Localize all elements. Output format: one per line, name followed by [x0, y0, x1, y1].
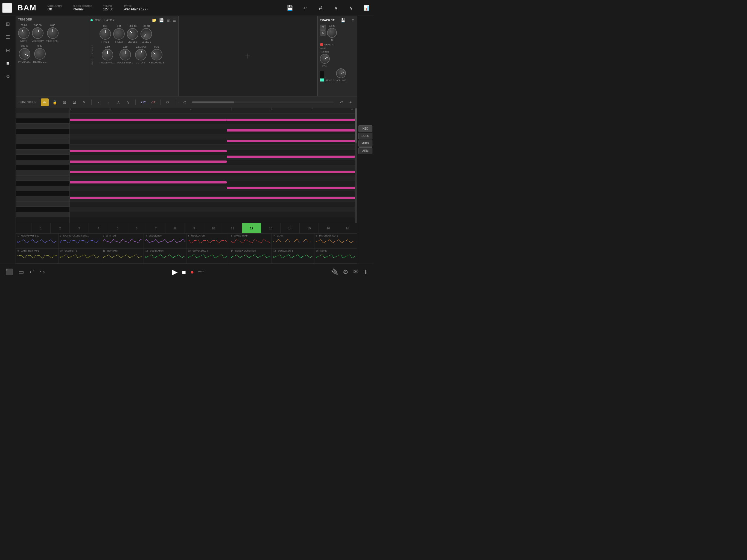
instrument-cell-3[interactable]: 3 - 08 HI-HAT [101, 233, 144, 249]
save-icon[interactable]: 💾 [285, 3, 295, 13]
piano-key-eb4[interactable] [16, 160, 70, 165]
transport-view-icon[interactable]: 👁 [353, 269, 359, 276]
toolbar-draw-btn[interactable]: ✏ [41, 98, 49, 106]
resonance-knob[interactable] [149, 47, 164, 62]
track-num-3[interactable]: 3 [70, 223, 89, 233]
toolbar-dice-btn[interactable]: ⚄ [71, 98, 78, 106]
track-num-1[interactable]: 1 [31, 223, 51, 233]
track-save-icon[interactable]: 💾 [341, 18, 345, 22]
pw2-knob[interactable] [120, 49, 131, 60]
track-num-13[interactable]: 13 [261, 223, 281, 233]
add-oscillator-panel[interactable]: + [179, 16, 317, 96]
piano-key-e4[interactable] [16, 155, 70, 160]
track-num-2[interactable]: 2 [51, 223, 70, 233]
instrument-cell-16[interactable]: 16 - NONE [314, 249, 357, 263]
volume-knob[interactable] [335, 68, 347, 79]
down-icon[interactable]: ∨ [346, 3, 356, 13]
pw1-knob[interactable] [102, 49, 113, 60]
up-icon[interactable]: ∧ [331, 3, 341, 13]
transport-undo-icon[interactable]: ↩ [29, 269, 34, 276]
piano-key-ab4[interactable] [16, 134, 70, 139]
note-bar-8[interactable] [70, 197, 355, 199]
piano-key-f3[interactable] [16, 212, 70, 217]
note-bar-4a[interactable] [70, 150, 227, 152]
piano-key-bb4[interactable] [16, 124, 70, 129]
arm-button[interactable]: ARM [358, 147, 372, 154]
track-num-12[interactable]: 12 [242, 223, 261, 233]
transport-wave-icon[interactable]: 〰 [198, 269, 204, 276]
fine1-knob[interactable] [100, 28, 111, 40]
mute-button[interactable]: MUTE [358, 140, 372, 147]
level1-knob[interactable] [124, 26, 140, 42]
chart-icon[interactable]: 📊 [361, 3, 371, 13]
grid-scrollbar[interactable] [355, 108, 357, 223]
instrument-cell-10[interactable]: 10 - CACHICHI 3 [58, 249, 101, 263]
track-num-9[interactable]: 9 [185, 223, 204, 233]
toolbar-select-btn[interactable]: ⊡ [61, 98, 68, 106]
random-icon[interactable]: ⇄ [315, 3, 325, 13]
track-num-5[interactable]: 5 [108, 223, 127, 233]
transport-plugin-icon[interactable]: 🔌 [331, 269, 338, 276]
instrument-cell-13[interactable]: 13 - CONGA LOW 2 [186, 249, 229, 263]
toolbar-close-btn[interactable]: ✕ [80, 98, 88, 106]
toolbar-x2[interactable]: x2 [338, 100, 344, 104]
track-num-14[interactable]: 14 [281, 223, 300, 233]
track-num-16[interactable]: 16 [319, 223, 338, 233]
cutoff-knob[interactable] [134, 48, 148, 61]
transport-settings-icon[interactable]: ⚙ [343, 269, 349, 276]
osc-grid-icon[interactable]: ⊞ [166, 18, 170, 22]
piano-key-g3[interactable] [16, 202, 70, 207]
time-off-knob[interactable] [47, 27, 58, 39]
sidebar-piano-roll-icon[interactable]: ≡ [2, 58, 14, 69]
kbd-button[interactable]: KBD [358, 125, 372, 132]
toolbar-loop-btn[interactable]: ⟳ [164, 98, 172, 106]
instrument-cell-15[interactable]: 15 - CONGA LOW 1 [272, 249, 314, 263]
instrument-cell-11[interactable]: 11 - HOFMANN [101, 249, 144, 263]
instrument-cell-8[interactable]: 8 - MATCHBOX TAP 1 [314, 233, 357, 249]
note-bar-1b[interactable] [227, 119, 355, 121]
track-num-4[interactable]: 4 [89, 223, 108, 233]
note-bar-7[interactable] [70, 181, 227, 183]
instrument-cell-1[interactable]: 1 - KICK 08 VARI SSL [16, 233, 58, 249]
osc-menu-icon[interactable]: ☰ [173, 18, 176, 22]
piano-key-a4[interactable] [16, 129, 70, 134]
transport-rec-btn[interactable]: ● [190, 269, 194, 276]
undo-icon[interactable]: ↩ [300, 3, 310, 13]
retrigger-knob[interactable] [34, 48, 46, 59]
piano-key-g4[interactable] [16, 139, 70, 144]
transport-square-icon[interactable]: ⬛ [5, 269, 13, 276]
transport-stop-btn[interactable]: ■ [182, 268, 186, 276]
transport-rect-icon[interactable]: ▭ [18, 269, 24, 276]
track-num-15[interactable]: 15 [300, 223, 319, 233]
piano-key-b3[interactable] [16, 181, 70, 186]
note-bar-5[interactable] [70, 160, 227, 163]
instrument-cell-6[interactable]: 6 - SPACE TRAIN [229, 233, 272, 249]
track-num-M[interactable]: M [338, 223, 357, 233]
hamburger-button[interactable] [2, 3, 12, 13]
instrument-cell-12[interactable]: 12 - OSCILLATOR [144, 249, 186, 263]
track-num-7[interactable]: 7 [146, 223, 165, 233]
piano-key-gb3[interactable] [16, 207, 70, 212]
solo-button[interactable]: SOLO [358, 133, 372, 139]
track-num-11[interactable]: 11 [223, 223, 242, 233]
level2-knob[interactable] [138, 26, 154, 42]
track-num-6[interactable]: 6 [127, 223, 146, 233]
piano-key-d4[interactable] [16, 165, 70, 170]
probability-knob[interactable] [17, 46, 32, 61]
osc-folder-icon[interactable]: 📁 [152, 18, 156, 22]
sidebar-grid-icon[interactable]: ⊞ [2, 19, 14, 29]
instrument-cell-2[interactable]: 2 - SNARE FULL BOX BRE... [58, 233, 101, 249]
sidebar-eq-icon[interactable]: ⚙ [2, 71, 14, 82]
toolbar-up-btn[interactable]: ∧ [114, 98, 122, 106]
track-num-10[interactable]: 10 [204, 223, 223, 233]
track-db-knob[interactable] [327, 28, 337, 38]
transport-redo-icon[interactable]: ↪ [40, 269, 45, 276]
toolbar-plus12[interactable]: +12 [139, 100, 147, 104]
toolbar-next-btn[interactable]: › [105, 98, 112, 106]
sidebar-list-icon[interactable]: ☰ [2, 32, 14, 43]
piano-key-f4[interactable] [16, 150, 70, 155]
osc-save-icon[interactable]: 💾 [159, 18, 164, 22]
sidebar-mixer-icon[interactable]: ⊟ [2, 45, 14, 56]
toolbar-add-btn[interactable]: + [347, 98, 354, 106]
track-m-button[interactable]: M [320, 25, 326, 30]
